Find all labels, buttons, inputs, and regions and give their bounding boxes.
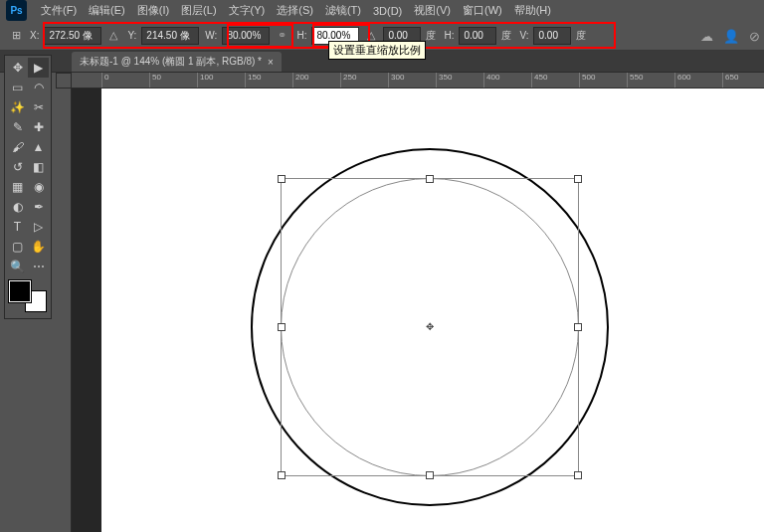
ruler-tick: 450 <box>531 73 547 89</box>
h-label: H: <box>294 30 308 41</box>
path-select-tool[interactable]: ▶ <box>28 58 49 78</box>
heal-tool[interactable]: ✚ <box>28 117 49 137</box>
history-brush-tool[interactable]: ↺ <box>7 157 28 177</box>
hskew-unit: 度 <box>499 29 513 43</box>
width-input[interactable] <box>222 27 270 45</box>
blur-tool[interactable]: ◉ <box>28 177 49 197</box>
hskew-input[interactable] <box>459 27 496 45</box>
transform-handle[interactable] <box>574 175 582 183</box>
ruler-tick: 250 <box>340 73 356 89</box>
marquee-tool[interactable]: ▭ <box>7 78 28 97</box>
ruler-tick: 100 <box>197 73 213 89</box>
transform-handle[interactable] <box>574 471 582 479</box>
menu-3d[interactable]: 3D(D) <box>367 2 408 20</box>
ruler-horizontal[interactable]: 0 50 100 150 200 250 300 350 400 450 500… <box>72 73 764 89</box>
lasso-tool[interactable]: ◠ <box>28 78 49 97</box>
toolbox: ✥▶ ▭◠ ✨✂ ✎✚ 🖌▲ ↺◧ ▦◉ ◐✒ T▷ ▢✋ 🔍⋯ <box>4 55 52 319</box>
vskew-label: V: <box>517 30 530 41</box>
triangle-icon: △ <box>105 28 121 44</box>
eraser-tool[interactable]: ◧ <box>28 157 49 177</box>
y-input[interactable] <box>141 27 199 45</box>
ruler-vertical[interactable] <box>56 89 72 532</box>
hskew-label: H: <box>442 30 456 41</box>
reference-point-icon[interactable]: ⊞ <box>8 28 24 44</box>
menu-image[interactable]: 图像(I) <box>131 0 175 21</box>
wand-tool[interactable]: ✨ <box>7 97 28 117</box>
transform-handle[interactable] <box>278 323 286 331</box>
cloud-icon[interactable]: ☁ <box>700 29 713 44</box>
brush-tool[interactable]: 🖌 <box>7 137 28 157</box>
ruler-origin[interactable] <box>56 73 72 89</box>
ruler-tick: 400 <box>483 73 499 89</box>
transform-bounding-box[interactable]: ✥ <box>281 178 579 476</box>
hand-tool[interactable]: ✋ <box>28 237 49 257</box>
canvas[interactable]: ✥ <box>101 89 764 532</box>
shape-tool[interactable]: ▢ <box>7 237 28 257</box>
vskew-input[interactable] <box>533 27 571 45</box>
w-label: W: <box>203 30 219 41</box>
move-tool[interactable]: ✥ <box>7 58 28 78</box>
work-area[interactable]: ✥ <box>72 89 764 532</box>
menu-help[interactable]: 帮助(H) <box>508 0 557 21</box>
transform-handle[interactable] <box>278 175 286 183</box>
ruler-tick: 500 <box>579 73 595 89</box>
user-icon[interactable]: 👤 <box>723 29 739 44</box>
transform-handle[interactable] <box>574 323 582 331</box>
ruler-tick: 650 <box>722 73 738 89</box>
menu-view[interactable]: 视图(V) <box>408 0 457 21</box>
color-swatches[interactable] <box>9 280 49 312</box>
app-logo: Ps <box>6 0 27 21</box>
x-input[interactable] <box>44 27 101 45</box>
cancel-icon[interactable]: ⊘ <box>749 29 760 44</box>
menu-window[interactable]: 窗口(W) <box>457 0 508 21</box>
ruler-tick: 200 <box>292 73 308 89</box>
ruler-tick: 550 <box>627 73 643 89</box>
foreground-color[interactable] <box>9 280 31 302</box>
transform-center-icon[interactable]: ✥ <box>425 322 435 332</box>
ruler-tick: 150 <box>245 73 261 89</box>
direct-select-tool[interactable]: ▷ <box>28 217 49 237</box>
document-tab-title: 未标题-1 @ 144% (椭圆 1 副本, RGB/8) * <box>80 55 262 69</box>
menu-layer[interactable]: 图层(L) <box>175 0 222 21</box>
transform-handle[interactable] <box>278 471 286 479</box>
transform-handle[interactable] <box>426 471 434 479</box>
header-right-icons: ☁ 👤 ⊘ <box>700 24 760 48</box>
type-tool[interactable]: T <box>7 217 28 237</box>
ruler-tick: 350 <box>436 73 452 89</box>
y-label: Y: <box>125 30 138 41</box>
link-icon[interactable]: ⚭ <box>274 29 290 42</box>
crop-tool[interactable]: ✂ <box>28 97 49 117</box>
menu-file[interactable]: 文件(F) <box>35 0 83 21</box>
menu-select[interactable]: 选择(S) <box>271 0 319 21</box>
x-label: X: <box>28 30 41 41</box>
zoom-tool[interactable]: 🔍 <box>7 257 28 276</box>
ruler-tick: 0 <box>101 73 108 89</box>
gradient-tool[interactable]: ▦ <box>7 177 28 197</box>
edit-toolbar[interactable]: ⋯ <box>28 257 49 276</box>
menu-type[interactable]: 文字(Y) <box>223 0 272 21</box>
menu-edit[interactable]: 编辑(E) <box>83 0 131 21</box>
angle-unit: 度 <box>424 29 438 43</box>
vskew-unit: 度 <box>574 29 588 43</box>
document-tab[interactable]: 未标题-1 @ 144% (椭圆 1 副本, RGB/8) * × <box>72 52 282 72</box>
menu-filter[interactable]: 滤镜(T) <box>319 0 367 21</box>
menu-bar: Ps 文件(F) 编辑(E) 图像(I) 图层(L) 文字(Y) 选择(S) 滤… <box>0 0 764 21</box>
ruler-tick: 300 <box>388 73 404 89</box>
ruler-tick: 600 <box>674 73 690 89</box>
tooltip: 设置垂直缩放比例 <box>328 41 426 60</box>
pen-tool[interactable]: ✒ <box>28 197 49 217</box>
ruler-tick: 50 <box>149 73 161 89</box>
close-icon[interactable]: × <box>268 57 274 68</box>
eyedropper-tool[interactable]: ✎ <box>7 117 28 137</box>
stamp-tool[interactable]: ▲ <box>28 137 49 157</box>
dodge-tool[interactable]: ◐ <box>7 197 28 217</box>
transform-handle[interactable] <box>426 175 434 183</box>
